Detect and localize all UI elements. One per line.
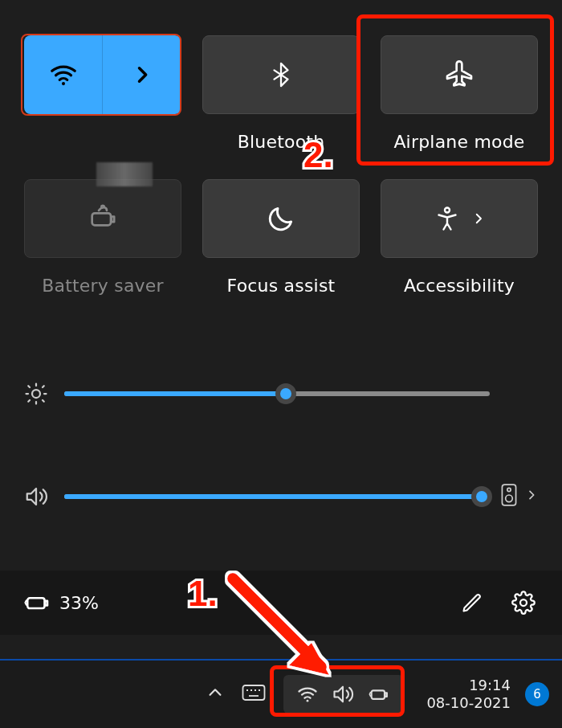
accessibility-icon bbox=[433, 204, 462, 233]
focus-assist-tile[interactable] bbox=[202, 179, 360, 258]
taskbar-clock[interactable]: 19:14 08-10-2021 bbox=[426, 677, 511, 713]
airplane-tile-wrap: Airplane mode bbox=[381, 35, 538, 152]
bluetooth-tile[interactable] bbox=[202, 35, 360, 114]
chevron-right-icon bbox=[525, 489, 538, 501]
audio-expand-button[interactable] bbox=[525, 489, 538, 505]
wifi-tile bbox=[24, 35, 181, 114]
speaker-device-icon bbox=[499, 483, 519, 507]
accessibility-tile[interactable] bbox=[381, 179, 538, 258]
svg-marker-19 bbox=[335, 687, 344, 702]
wifi-icon bbox=[296, 683, 319, 706]
focus-assist-tile-wrap: Focus assist bbox=[202, 179, 360, 296]
svg-rect-12 bbox=[243, 685, 265, 700]
quick-settings-panel: Bluetooth Airplane mode Battery saver bbox=[0, 0, 562, 659]
clock-date: 08-10-2021 bbox=[426, 694, 511, 713]
taskbar: 19:14 08-10-2021 6 bbox=[0, 659, 562, 728]
chevron-right-icon bbox=[471, 211, 486, 226]
focus-assist-label: Focus assist bbox=[227, 276, 336, 296]
battery-charging-icon bbox=[24, 589, 51, 616]
touch-keyboard-button[interactable] bbox=[242, 683, 266, 706]
svg-rect-21 bbox=[385, 693, 387, 697]
keyboard-icon bbox=[242, 683, 266, 702]
battery-saver-label: Battery saver bbox=[42, 276, 164, 296]
svg-point-0 bbox=[61, 82, 64, 85]
svg-rect-10 bbox=[45, 601, 47, 606]
quick-settings-grid: Bluetooth Airplane mode Battery saver bbox=[24, 35, 538, 296]
svg-point-18 bbox=[307, 700, 309, 702]
volume-slider[interactable] bbox=[64, 494, 482, 499]
wifi-expand-button[interactable] bbox=[103, 35, 181, 114]
svg-marker-5 bbox=[27, 489, 36, 505]
chevron-up-icon bbox=[206, 684, 224, 701]
svg-point-7 bbox=[507, 488, 511, 491]
system-tray-quick-settings[interactable] bbox=[283, 675, 404, 714]
volume-icon bbox=[332, 683, 354, 706]
svg-rect-1 bbox=[92, 213, 111, 225]
bluetooth-label: Bluetooth bbox=[238, 132, 325, 152]
airplane-icon bbox=[443, 59, 475, 91]
sliders-section bbox=[24, 378, 538, 583]
notification-count-badge[interactable]: 6 bbox=[525, 682, 549, 706]
gear-icon bbox=[511, 591, 536, 615]
svg-rect-20 bbox=[372, 690, 385, 699]
pencil-icon bbox=[461, 591, 483, 614]
battery-status[interactable]: 33% bbox=[24, 589, 99, 616]
wifi-toggle-button[interactable] bbox=[24, 35, 103, 114]
airplane-mode-tile[interactable] bbox=[381, 35, 538, 114]
bluetooth-tile-wrap: Bluetooth bbox=[202, 35, 360, 152]
audio-output-button[interactable] bbox=[499, 483, 519, 510]
quick-settings-footer: 33% bbox=[0, 571, 562, 635]
svg-point-8 bbox=[506, 495, 513, 502]
brightness-icon bbox=[24, 382, 64, 406]
bluetooth-icon bbox=[267, 61, 295, 88]
battery-saver-tile[interactable] bbox=[24, 179, 181, 258]
chevron-right-icon bbox=[131, 63, 153, 86]
battery-percent: 33% bbox=[59, 593, 99, 613]
notif-count-value: 6 bbox=[533, 687, 541, 701]
moon-icon bbox=[266, 203, 296, 234]
volume-row bbox=[24, 481, 538, 513]
battery-charging-icon bbox=[367, 683, 391, 706]
accessibility-label: Accessibility bbox=[404, 276, 515, 296]
airplane-label: Airplane mode bbox=[393, 132, 524, 152]
settings-button[interactable] bbox=[509, 588, 538, 617]
volume-icon bbox=[24, 485, 64, 509]
brightness-row bbox=[24, 378, 538, 410]
svg-rect-2 bbox=[112, 217, 114, 223]
svg-rect-9 bbox=[27, 598, 44, 608]
clock-time: 19:14 bbox=[426, 677, 511, 695]
wifi-network-name bbox=[96, 162, 153, 186]
wifi-tile-wrap bbox=[24, 35, 181, 152]
svg-point-3 bbox=[445, 208, 450, 213]
tray-overflow-button[interactable] bbox=[206, 684, 224, 705]
accessibility-tile-wrap: Accessibility bbox=[381, 179, 538, 296]
svg-point-4 bbox=[32, 390, 40, 398]
edit-quick-settings-button[interactable] bbox=[458, 588, 487, 617]
battery-saver-icon bbox=[87, 202, 119, 235]
battery-saver-tile-wrap: Battery saver bbox=[24, 179, 181, 296]
svg-point-11 bbox=[520, 599, 527, 606]
wifi-icon bbox=[48, 59, 79, 90]
brightness-slider[interactable] bbox=[64, 391, 490, 396]
